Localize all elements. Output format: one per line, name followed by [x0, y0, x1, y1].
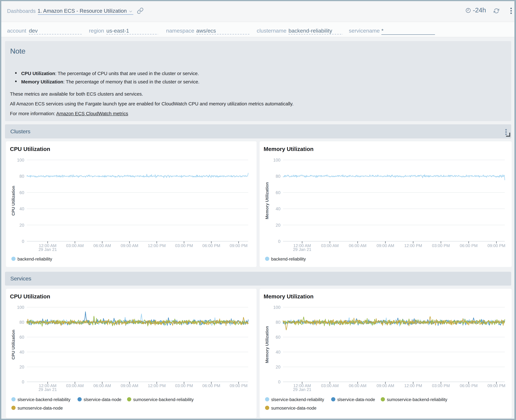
svg-text:40: 40 — [19, 206, 24, 211]
svg-text:06:00 AM: 06:00 AM — [349, 383, 366, 388]
svg-text:03:00 AM: 03:00 AM — [321, 383, 339, 388]
svg-text:Memory Utilization: Memory Utilization — [264, 293, 314, 300]
svg-text:CPU Utilization: CPU Utilization — [10, 293, 50, 300]
svg-text:09:00 AM: 09:00 AM — [377, 243, 394, 248]
svg-text:06:00 PM: 06:00 PM — [460, 243, 478, 248]
svg-text:03:00 PM: 03:00 PM — [175, 383, 193, 388]
svg-text:80: 80 — [19, 174, 24, 179]
svg-text:40: 40 — [19, 350, 24, 354]
svg-text:0: 0 — [278, 239, 280, 244]
svg-text:03:00 PM: 03:00 PM — [432, 243, 450, 248]
svg-text:sumoservice-data-node: sumoservice-data-node — [17, 406, 63, 411]
svg-text:slservice-backend-reliability: slservice-backend-reliability — [17, 397, 71, 402]
svg-text:slservice-data-node: slservice-data-node — [84, 397, 121, 402]
svg-text:100: 100 — [17, 158, 24, 163]
svg-text:Memory Utilization: Memory Utilization — [264, 146, 314, 152]
svg-text:slservice-data-node: slservice-data-node — [337, 397, 375, 402]
svg-text:29 Jan 21: 29 Jan 21 — [293, 247, 311, 252]
svg-text:60: 60 — [19, 190, 24, 195]
svg-text:40: 40 — [276, 350, 280, 354]
svg-text:100: 100 — [17, 305, 24, 310]
svg-text:06:00 PM: 06:00 PM — [460, 383, 478, 388]
svg-text:0: 0 — [22, 380, 24, 384]
svg-text:12:00 PM: 12:00 PM — [148, 383, 165, 388]
svg-text:20: 20 — [19, 365, 24, 369]
svg-text:09:00 AM: 09:00 AM — [121, 383, 138, 388]
svg-text:0: 0 — [22, 239, 24, 244]
svg-text:20: 20 — [276, 223, 280, 228]
svg-text:80: 80 — [19, 320, 24, 325]
svg-text:100: 100 — [273, 158, 280, 163]
svg-text:sumoservice-backend-reliabilit: sumoservice-backend-reliability — [133, 397, 194, 402]
svg-text:20: 20 — [19, 223, 24, 228]
svg-text:06:00 AM: 06:00 AM — [349, 243, 366, 248]
svg-text:Memory Utilization: Memory Utilization — [265, 326, 269, 363]
svg-text:06:00 PM: 06:00 PM — [202, 243, 220, 248]
svg-text:09:00 AM: 09:00 AM — [377, 383, 394, 388]
svg-text:60: 60 — [276, 190, 280, 195]
svg-text:sumoservice-data-node: sumoservice-data-node — [271, 406, 316, 411]
svg-text:sumoservice-backend-reliabilit: sumoservice-backend-reliability — [387, 397, 447, 402]
svg-text:12:00 PM: 12:00 PM — [148, 243, 165, 248]
svg-text:slservice-backend-reliability: slservice-backend-reliability — [271, 397, 324, 402]
svg-text:29 Jan 21: 29 Jan 21 — [293, 387, 311, 392]
svg-text:29 Jan 21: 29 Jan 21 — [38, 247, 57, 252]
svg-text:CPU Utilization: CPU Utilization — [11, 330, 16, 360]
svg-text:20: 20 — [276, 365, 280, 369]
svg-text:09:00 PM: 09:00 PM — [230, 243, 247, 248]
svg-text:CPU Utilization: CPU Utilization — [10, 146, 50, 152]
svg-text:12:00 PM: 12:00 PM — [404, 383, 422, 388]
svg-text:06:00 AM: 06:00 AM — [93, 383, 111, 388]
svg-text:60: 60 — [276, 335, 280, 340]
svg-text:CPU Utilization: CPU Utilization — [11, 186, 16, 216]
svg-text:06:00 PM: 06:00 PM — [202, 383, 220, 388]
svg-text:12:00 PM: 12:00 PM — [404, 243, 422, 248]
svg-text:29 Jan 21: 29 Jan 21 — [38, 387, 57, 392]
svg-text:backend-reliability: backend-reliability — [271, 257, 306, 262]
svg-text:09:00 PM: 09:00 PM — [230, 383, 247, 388]
svg-text:09:00 PM: 09:00 PM — [487, 243, 505, 248]
svg-text:40: 40 — [276, 206, 280, 211]
svg-text:09:00 PM: 09:00 PM — [487, 383, 505, 388]
svg-text:60: 60 — [19, 335, 24, 340]
svg-text:0: 0 — [278, 380, 280, 384]
svg-text:03:00 AM: 03:00 AM — [321, 243, 339, 248]
svg-text:06:00 AM: 06:00 AM — [93, 243, 111, 248]
svg-text:03:00 PM: 03:00 PM — [432, 383, 450, 388]
svg-text:09:00 AM: 09:00 AM — [121, 243, 138, 248]
svg-text:03:00 AM: 03:00 AM — [66, 383, 84, 388]
svg-text:Memory Utilization: Memory Utilization — [265, 182, 269, 219]
svg-text:80: 80 — [276, 174, 280, 179]
svg-text:backend-reliability: backend-reliability — [17, 257, 52, 262]
svg-text:80: 80 — [276, 320, 280, 325]
svg-text:100: 100 — [273, 305, 280, 310]
svg-text:03:00 AM: 03:00 AM — [66, 243, 84, 248]
svg-text:03:00 PM: 03:00 PM — [175, 243, 193, 248]
